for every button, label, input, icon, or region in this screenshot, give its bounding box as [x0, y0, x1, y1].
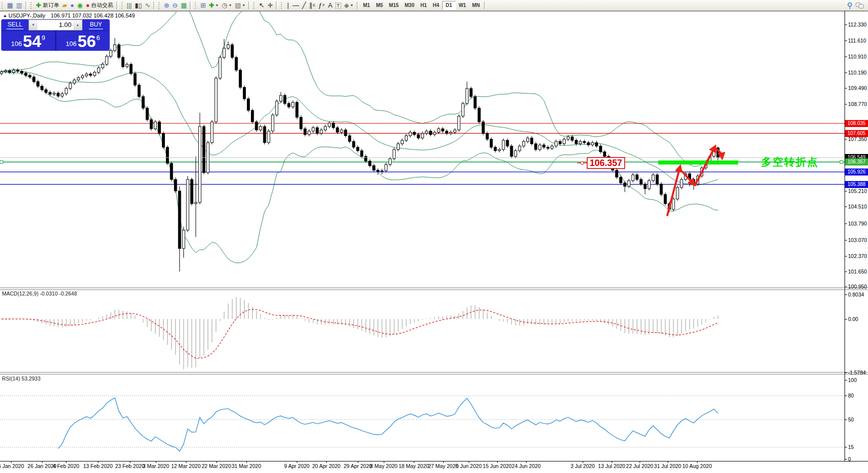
timeframe-m1[interactable]: M1 — [360, 1, 373, 10]
tag-handle[interactable] — [581, 162, 584, 164]
timeframe-h1[interactable]: H1 — [417, 1, 430, 10]
candle-body — [636, 175, 638, 180]
date-label: 4 Feb 2020 — [52, 463, 79, 469]
candle-body — [603, 152, 606, 156]
crosshair-icon[interactable]: ✛ — [266, 1, 274, 10]
axis-tick — [845, 240, 847, 240]
price-chart[interactable]: 106.357多空转折点 — [0, 11, 845, 288]
charts-window-icon[interactable]: ▦ — [5, 1, 14, 10]
price-axis-label: 101.650 — [848, 268, 867, 274]
line-handle[interactable] — [840, 160, 843, 164]
line-handle[interactable] — [0, 160, 3, 164]
candle-body — [49, 92, 51, 94]
candle-body — [490, 139, 493, 147]
line-chart-icon: ∿ — [145, 1, 150, 10]
tile-windows-icon: ▦ — [181, 1, 187, 10]
candle-body — [117, 45, 120, 58]
candle-body — [174, 180, 177, 191]
candle-body — [579, 142, 582, 144]
candle-body — [178, 191, 181, 248]
timeframe-m15[interactable]: M15 — [386, 1, 401, 10]
pane-separator[interactable] — [0, 372, 868, 374]
publisher-icon[interactable]: ● — [69, 1, 76, 10]
timeframe-d1[interactable]: D1 — [442, 1, 456, 10]
timeframe-h4[interactable]: H4 — [430, 1, 442, 10]
new-order-button[interactable]: ✚新订单 — [34, 1, 61, 10]
candle-body — [539, 145, 541, 150]
price-axis-label: 111.610 — [848, 38, 866, 44]
volume-up-button[interactable]: ▲ — [73, 20, 82, 30]
add-indicator-icon[interactable]: ✚▼ — [207, 1, 220, 10]
line-chart-icon[interactable]: ∿ — [143, 1, 152, 10]
search-icon[interactable]: ⚲ — [846, 1, 854, 10]
candle-body — [486, 134, 489, 140]
volume-input[interactable]: 1.00 — [37, 20, 73, 30]
candle-body — [211, 122, 213, 142]
rsi-axis-label: 50 — [848, 416, 854, 422]
buy-button[interactable]: BUY — [82, 20, 109, 30]
rsi-pane[interactable] — [0, 374, 845, 461]
trend-arrow[interactable] — [681, 170, 694, 184]
trendline-icon[interactable]: ╱ — [301, 1, 308, 10]
auto-arrange-icon[interactable]: ⊞ — [199, 1, 207, 10]
candle-body — [182, 230, 185, 248]
candle-body — [65, 88, 67, 94]
vline-icon[interactable]: ∣ — [285, 1, 291, 10]
zoom-out-icon[interactable]: ⊖ — [171, 1, 179, 10]
tile-windows-icon[interactable]: ▦ — [179, 1, 188, 10]
timeframe-mn[interactable]: MN — [469, 1, 483, 10]
zoom-in-icon: ⊕ — [164, 1, 169, 10]
candle-body — [563, 139, 565, 144]
price-axis-label: 105.210 — [848, 188, 867, 194]
date-label: 8 May 2020 — [370, 463, 398, 469]
channel-icon[interactable]: ∥E — [307, 1, 317, 10]
gold-icon[interactable]: ▰ — [61, 1, 69, 10]
candle-body — [571, 137, 574, 140]
zoom-in-icon[interactable]: ⊕ — [162, 1, 171, 10]
timeframe-m30[interactable]: M30 — [402, 1, 417, 10]
candle-body — [73, 80, 75, 83]
volume-down-button[interactable]: ▼ — [29, 20, 37, 30]
candlestick-chart-icon[interactable]: ▮▯ — [133, 1, 143, 10]
auto-arrange-icon: ⊞ — [200, 1, 206, 10]
sell-price[interactable]: 106 54 9 — [1, 31, 55, 50]
candle-body — [198, 126, 201, 202]
candle-body — [425, 131, 428, 134]
axis-tick — [845, 420, 847, 420]
price-axis-label: 108.770 — [848, 101, 867, 107]
text-icon[interactable]: A — [326, 1, 334, 10]
signal-icon[interactable]: ◉ — [75, 1, 84, 10]
fibonacci-icon[interactable]: ƒF — [317, 1, 326, 10]
support-zone-line[interactable] — [658, 160, 738, 164]
price-badge: 105.926 — [845, 168, 868, 176]
candle-body — [162, 134, 165, 148]
candle-body — [158, 122, 160, 134]
candle-body — [381, 170, 383, 171]
candle-body — [251, 110, 254, 122]
cursor-icon[interactable]: ↖ — [257, 1, 266, 10]
periods-icon[interactable]: ◷▼ — [220, 1, 233, 10]
hline-icon[interactable]: ― — [291, 1, 301, 10]
text-label-icon[interactable]: T — [334, 1, 343, 10]
bar-chart-icon[interactable]: ||| — [125, 1, 133, 10]
candle-body — [267, 131, 270, 142]
candle-body — [340, 130, 343, 132]
autotrading-button[interactable]: ●自动交易 — [84, 1, 115, 10]
candle-body — [624, 183, 626, 186]
timeframe-w1[interactable]: W1 — [456, 1, 469, 10]
candle-body — [77, 78, 79, 80]
template-icon[interactable]: ▧▼ — [233, 1, 247, 10]
buy-price[interactable]: 106 56 6 — [56, 31, 110, 50]
market-watch-icon[interactable]: ▥ — [14, 1, 23, 10]
candle-body — [498, 150, 501, 150]
macd-pane[interactable] — [0, 289, 845, 373]
annotation-text[interactable]: 多空转折点 — [761, 156, 819, 168]
timeframe-m5[interactable]: M5 — [373, 1, 386, 10]
sell-button[interactable]: SELL — [1, 20, 28, 30]
arrows-icon[interactable]: ◆▼ — [343, 1, 355, 10]
chat-icon[interactable] — [854, 1, 865, 10]
candle-body — [255, 122, 258, 130]
price-axis-border — [845, 11, 845, 461]
pane-separator[interactable] — [0, 288, 868, 290]
candle-body — [324, 126, 327, 130]
